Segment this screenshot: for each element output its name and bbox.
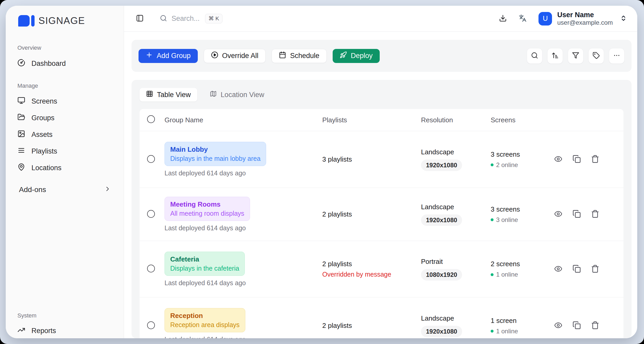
playlists-count: 2 playlists xyxy=(322,260,421,268)
copy-icon xyxy=(573,210,581,219)
sidebar-item-dashboard[interactable]: Dashboard xyxy=(6,55,124,72)
last-deployed-text: Last deployed 614 days ago xyxy=(165,224,322,232)
eye-icon xyxy=(554,321,562,330)
delete-group-button[interactable] xyxy=(591,265,599,274)
list-icon xyxy=(17,146,25,156)
row-checkbox[interactable] xyxy=(147,265,155,272)
sidebar-item-reports[interactable]: Reports xyxy=(6,322,124,338)
search-groups-button[interactable] xyxy=(527,48,542,64)
table-icon xyxy=(146,90,153,99)
sidebar-item-locations[interactable]: Locations xyxy=(6,160,124,176)
orientation-label: Landscape xyxy=(421,203,491,211)
content-area: Add Group Override All Schedule Dep xyxy=(124,32,637,338)
sidebar-toggle-button[interactable] xyxy=(136,14,144,23)
sidebar-item-assets[interactable]: Assets xyxy=(6,126,124,143)
groups-table: Group Name Playlists Resolution Screens … xyxy=(140,109,623,338)
sidebar-item-label: Groups xyxy=(31,114,55,122)
add-group-button[interactable]: Add Group xyxy=(139,49,198,63)
delete-group-button[interactable] xyxy=(591,210,599,219)
trash-icon xyxy=(591,321,599,330)
sort-ascending-icon xyxy=(551,52,559,60)
eye-icon xyxy=(554,155,562,164)
tag-button[interactable] xyxy=(588,48,604,64)
group-name: Reception xyxy=(170,312,240,320)
sidebar-item-label: Playlists xyxy=(31,147,57,155)
rocket-icon xyxy=(340,51,347,60)
user-menu[interactable]: U User Name user@example.com xyxy=(538,11,627,27)
online-count: 3 online xyxy=(496,216,518,224)
online-count: 1 online xyxy=(496,271,518,278)
eye-icon xyxy=(554,265,562,274)
header-playlists: Playlists xyxy=(322,116,421,124)
group-badge[interactable]: Main Lobby Displays in the main lobby ar… xyxy=(165,142,266,166)
duplicate-group-button[interactable] xyxy=(573,210,581,219)
resolution-badge: 1080x1920 xyxy=(421,269,462,281)
online-status: 2 online xyxy=(491,161,554,169)
screens-count: 2 screens xyxy=(491,260,554,268)
view-group-button[interactable] xyxy=(554,265,562,274)
group-name: Meeting Rooms xyxy=(170,200,244,208)
delete-group-button[interactable] xyxy=(591,321,599,330)
button-label: Schedule xyxy=(290,52,319,60)
app-window: SIGNAGE Overview Dashboard Manage Screen… xyxy=(6,6,637,338)
view-group-button[interactable] xyxy=(554,321,562,330)
online-status-dot xyxy=(491,273,494,276)
row-checkbox[interactable] xyxy=(147,210,155,218)
avatar: U xyxy=(538,12,552,26)
search-input[interactable]: Search... ⌘ K xyxy=(160,14,222,23)
select-all-checkbox[interactable] xyxy=(147,115,155,123)
schedule-button[interactable]: Schedule xyxy=(272,49,327,63)
deploy-button[interactable]: Deploy xyxy=(333,49,380,63)
orientation-label: Landscape xyxy=(421,148,491,156)
override-all-button[interactable]: Override All xyxy=(204,49,266,63)
group-badge[interactable]: Reception Reception area displays xyxy=(165,308,245,332)
table-row: Cafeteria Displays in the cafeteria Last… xyxy=(140,241,623,297)
online-status: 1 online xyxy=(491,271,554,278)
delete-group-button[interactable] xyxy=(591,155,599,164)
sidebar-item-label: Locations xyxy=(31,164,62,172)
monitor-icon xyxy=(17,97,25,106)
row-checkbox[interactable] xyxy=(147,321,155,329)
language-button[interactable] xyxy=(519,14,527,23)
view-tabs: Table View Location View xyxy=(140,88,623,101)
plus-icon xyxy=(146,51,153,60)
map-pin-icon xyxy=(17,163,25,173)
download-icon xyxy=(499,14,507,23)
sidebar-item-groups[interactable]: Groups xyxy=(6,110,124,126)
duplicate-group-button[interactable] xyxy=(573,155,581,164)
group-description: All meeting room displays xyxy=(170,210,244,217)
duplicate-group-button[interactable] xyxy=(573,265,581,274)
group-description: Displays in the cafeteria xyxy=(170,265,239,272)
resolution-badge: 1920x1080 xyxy=(421,160,462,171)
sidebar-item-addons[interactable]: Add-ons xyxy=(6,181,124,198)
download-button[interactable] xyxy=(499,14,507,23)
view-group-button[interactable] xyxy=(554,155,562,164)
playlists-count: 2 playlists xyxy=(322,322,421,330)
trash-icon xyxy=(591,210,599,219)
row-checkbox[interactable] xyxy=(147,155,155,163)
group-badge[interactable]: Meeting Rooms All meeting room displays xyxy=(165,197,250,221)
button-label: Deploy xyxy=(351,52,373,60)
panel-left-icon xyxy=(136,14,144,23)
view-group-button[interactable] xyxy=(554,210,562,219)
image-icon xyxy=(17,130,25,139)
duplicate-group-button[interactable] xyxy=(573,321,581,330)
tab-label: Table View xyxy=(157,91,191,99)
sort-button[interactable] xyxy=(547,48,563,64)
header-group-name: Group Name xyxy=(165,116,322,124)
tab-location-view[interactable]: Location View xyxy=(203,88,271,101)
ellipsis-icon xyxy=(613,52,620,60)
sidebar-item-label: Add-ons xyxy=(19,186,46,194)
more-options-button[interactable] xyxy=(609,48,625,64)
tab-table-view[interactable]: Table View xyxy=(140,88,197,101)
group-badge[interactable]: Cafeteria Displays in the cafeteria xyxy=(165,252,245,276)
sidebar-item-playlists[interactable]: Playlists xyxy=(6,143,124,160)
chevrons-up-down-icon xyxy=(620,15,627,23)
group-name: Main Lobby xyxy=(170,145,260,154)
table-header: Group Name Playlists Resolution Screens xyxy=(140,109,623,131)
user-email: user@example.com xyxy=(557,19,613,27)
topbar-right: U User Name user@example.com xyxy=(499,11,627,27)
filter-button[interactable] xyxy=(568,48,583,64)
table-row: Main Lobby Displays in the main lobby ar… xyxy=(140,131,623,188)
sidebar-item-screens[interactable]: Screens xyxy=(6,93,124,110)
